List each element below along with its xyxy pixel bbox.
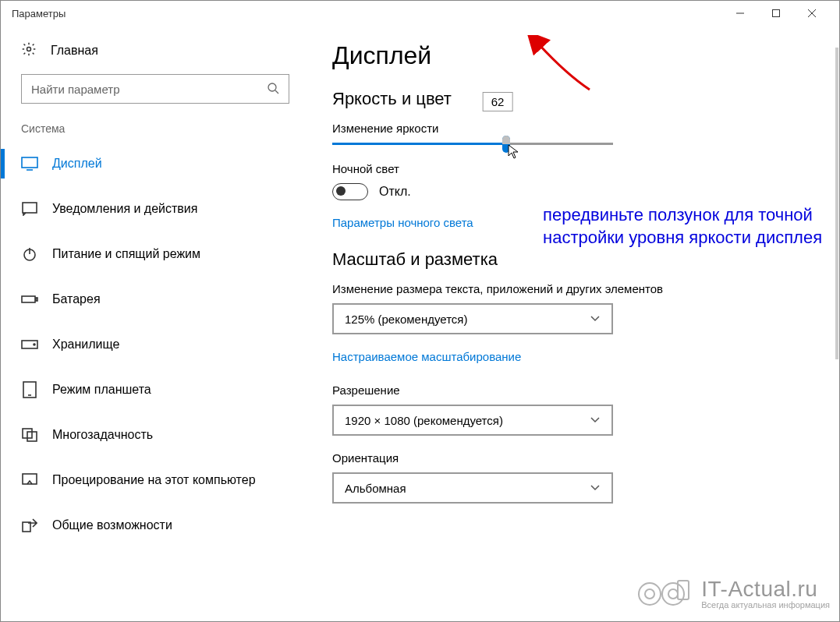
main-panel: Дисплей Яркость и цвет 62 Изменение ярко…	[309, 26, 839, 621]
multitask-icon	[21, 426, 38, 444]
sidebar-item-label: Режим планшета	[52, 383, 151, 397]
chevron-down-icon	[590, 313, 601, 326]
tablet-icon	[21, 381, 38, 398]
svg-point-22	[639, 583, 661, 605]
orientation-label: Ориентация	[332, 451, 816, 465]
annotation-text: передвиньте ползунок для точной настройк…	[543, 203, 824, 249]
custom-scaling-link[interactable]: Настраиваемое масштабирование	[332, 350, 816, 363]
scale-value: 125% (рекомендуется)	[345, 313, 590, 326]
home-label: Главная	[51, 44, 98, 58]
svg-point-25	[668, 589, 678, 599]
sidebar-item-multitask[interactable]: Многозадачность	[1, 412, 309, 458]
minimize-button[interactable]	[722, 1, 758, 26]
maximize-button[interactable]	[758, 1, 794, 26]
sidebar-item-tablet[interactable]: Режим планшета	[1, 367, 309, 412]
sidebar-item-power[interactable]: Питание и спящий режим	[1, 231, 309, 277]
window-controls	[722, 1, 830, 26]
sidebar-item-label: Хранилище	[52, 338, 119, 352]
cursor-icon	[508, 144, 520, 163]
close-button[interactable]	[794, 1, 830, 26]
sidebar-item-label: Батарея	[52, 292, 101, 306]
storage-icon	[21, 336, 38, 353]
scale-dropdown[interactable]: 125% (рекомендуется)	[332, 303, 613, 334]
sidebar-item-projecting[interactable]: Проецирование на этот компьютер	[1, 458, 309, 503]
display-icon	[21, 155, 38, 172]
scrollbar[interactable]	[835, 48, 838, 359]
chevron-down-icon	[590, 482, 601, 495]
svg-rect-7	[22, 157, 37, 168]
annotation-arrow	[527, 35, 597, 97]
night-light-label: Ночной свет	[332, 162, 816, 175]
sidebar-item-label: Проецирование на этот компьютер	[52, 473, 256, 487]
sidebar-item-notifications[interactable]: Уведомления и действия	[1, 186, 309, 231]
chevron-down-icon	[590, 414, 601, 427]
sidebar-item-battery[interactable]: Батарея	[1, 277, 309, 322]
sidebar-item-storage[interactable]: Хранилище	[1, 322, 309, 367]
svg-rect-1	[773, 10, 780, 17]
power-icon	[21, 246, 38, 263]
brightness-slider[interactable]	[332, 143, 613, 145]
svg-point-5	[268, 83, 276, 91]
sidebar: Главная Найти параметр Система Дисплей	[1, 26, 309, 621]
home-link[interactable]: Главная	[1, 41, 309, 74]
sidebar-item-label: Многозадачность	[52, 428, 153, 442]
sidebar-item-label: Питание и спящий режим	[52, 247, 200, 261]
orientation-value: Альбомная	[345, 482, 590, 495]
scale-section-heading: Масштаб и разметка	[332, 249, 816, 270]
svg-rect-13	[36, 298, 37, 301]
svg-point-23	[645, 589, 654, 599]
sidebar-item-label: Дисплей	[52, 157, 102, 171]
night-light-state: Откл.	[379, 185, 411, 199]
watermark: IT-Actual.ru Всегда актуальная информаци…	[636, 574, 830, 613]
sidebar-item-display[interactable]: Дисплей	[1, 141, 309, 186]
resolution-label: Разрешение	[332, 383, 816, 397]
orientation-dropdown[interactable]: Альбомная	[332, 472, 613, 504]
svg-point-4	[27, 48, 31, 51]
notifications-icon	[21, 200, 38, 217]
svg-rect-20	[23, 474, 37, 484]
search-input[interactable]: Найти параметр	[21, 74, 289, 104]
watermark-main: IT-Actual.ru	[701, 578, 830, 600]
gear-icon	[21, 41, 37, 60]
sidebar-item-label: Уведомления и действия	[52, 202, 197, 216]
battery-icon	[21, 291, 38, 308]
window-title: Параметры	[10, 8, 722, 19]
sidebar-item-shared[interactable]: Общие возможности	[1, 503, 309, 548]
svg-point-15	[34, 344, 35, 345]
search-placeholder: Найти параметр	[31, 83, 267, 96]
brightness-label: Изменение яркости	[332, 122, 816, 135]
sidebar-item-label: Общие возможности	[52, 518, 172, 532]
watermark-sub: Всегда актуальная информация	[701, 600, 830, 610]
section-label: Система	[1, 122, 309, 141]
night-light-toggle[interactable]	[332, 183, 368, 200]
svg-rect-12	[22, 296, 35, 302]
svg-line-6	[275, 90, 278, 94]
projecting-icon	[21, 472, 38, 489]
resolution-value: 1920 × 1080 (рекомендуется)	[345, 414, 590, 427]
brightness-tooltip: 62	[483, 92, 513, 111]
titlebar: Параметры	[1, 1, 839, 26]
search-icon	[267, 82, 279, 97]
svg-rect-9	[23, 203, 37, 213]
svg-point-24	[662, 583, 684, 605]
scale-label: Изменение размера текста, приложений и д…	[332, 282, 816, 295]
resolution-dropdown[interactable]: 1920 × 1080 (рекомендуется)	[332, 405, 613, 436]
shared-icon	[21, 517, 38, 534]
